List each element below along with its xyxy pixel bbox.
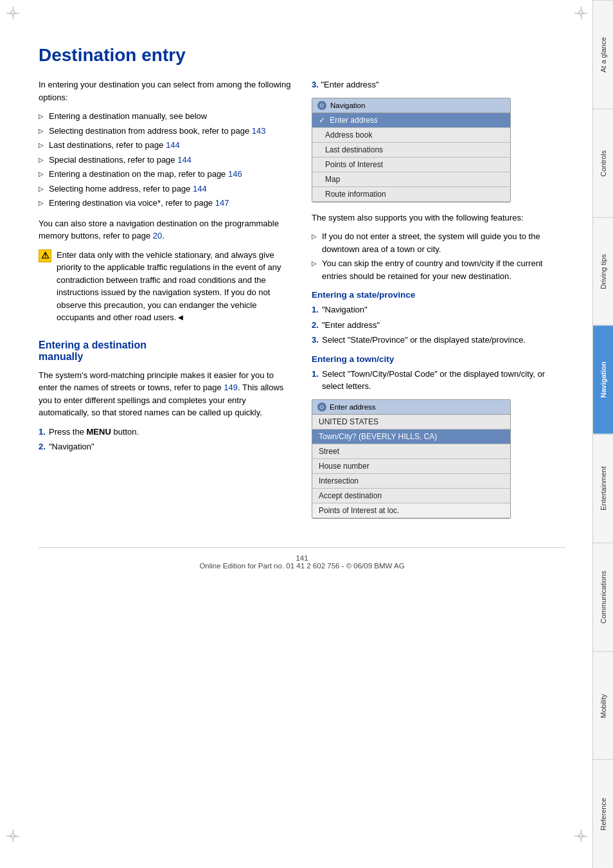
support-bullets: If you do not enter a street, the system… xyxy=(312,230,565,282)
nav-item-map[interactable]: Map xyxy=(312,172,510,187)
nav-item-route-information[interactable]: Route information xyxy=(312,187,510,202)
intro-paragraph: In entering your destination you can sel… xyxy=(39,78,292,104)
nav-item-last-destinations[interactable]: Last destinations xyxy=(312,143,510,158)
state-step-1: 1. "Navigation" xyxy=(312,303,565,316)
step-1: 1. Press the MENU button. xyxy=(39,426,292,439)
manual-steps-list: 1. Press the MENU button. 2. "Navigation… xyxy=(39,426,292,453)
link-20[interactable]: 20 xyxy=(153,231,162,240)
addr-item-points-of-interest[interactable]: Points of Interest at loc. xyxy=(312,503,510,518)
side-tab-entertainment[interactable]: Entertainment xyxy=(593,434,613,543)
side-tab-reference[interactable]: Reference xyxy=(593,759,613,868)
town-city-heading: Entering a town/city xyxy=(312,354,565,364)
link-146[interactable]: 146 xyxy=(228,169,242,179)
side-tab-mobility[interactable]: Mobility xyxy=(593,651,613,760)
side-tab-navigation[interactable]: Navigation xyxy=(593,325,613,434)
support-item-2: You can skip the entry of country and to… xyxy=(312,257,565,282)
step-2: 2. "Navigation" xyxy=(39,440,292,453)
main-content: Destination entry In entering your desti… xyxy=(0,0,591,608)
warning-text: Enter data only with the vehicle station… xyxy=(57,249,292,324)
nav-screenshot: ⊙ Navigation ✓ Enter address Address boo… xyxy=(312,98,511,203)
list-item: Entering destination via voice*, refer t… xyxy=(39,197,292,210)
link-144a[interactable]: 144 xyxy=(166,140,180,150)
state-steps-list: 1. "Navigation" 2. "Enter address" 3. Se… xyxy=(312,303,565,347)
addr-item-country[interactable]: UNITED STATES xyxy=(312,415,510,429)
state-province-heading: Entering a state/province xyxy=(312,290,565,300)
link-144c[interactable]: 144 xyxy=(193,184,207,194)
state-step-3: 3. Select "State/Province" or the displa… xyxy=(312,334,565,347)
page-title: Destination entry xyxy=(39,45,565,66)
addr-icon: ⊙ xyxy=(317,402,326,411)
list-item: Entering a destination on the map, refer… xyxy=(39,168,292,181)
link-149[interactable]: 149 xyxy=(224,383,238,392)
store-note: You can also store a navigation destinat… xyxy=(39,217,292,242)
side-tab-communications[interactable]: Communications xyxy=(593,543,613,651)
list-item: Selecting home address, refer to page 14… xyxy=(39,183,292,195)
support-paragraph: The system also supports you with the fo… xyxy=(312,212,565,224)
page-footer: 141 Online Edition for Part no. 01 41 2 … xyxy=(39,547,565,570)
town-step-1: 1. Select "Town/City/Postal Code" or the… xyxy=(312,368,565,393)
side-tab-driving-tips[interactable]: Driving tips xyxy=(593,217,613,326)
link-147[interactable]: 147 xyxy=(215,198,229,208)
addr-item-town[interactable]: Town/City? (BEVERLY HILLS, CA) xyxy=(312,429,510,444)
nav-icon: ⊙ xyxy=(317,101,326,110)
nav-item-enter-address[interactable]: ✓ Enter address xyxy=(312,113,510,128)
addr-item-intersection[interactable]: Intersection xyxy=(312,474,510,489)
page-number: 141 xyxy=(296,554,308,562)
options-list: Entering a destination manually, see bel… xyxy=(39,110,292,210)
right-column: 3. "Enter address" ⊙ Navigation ✓ Enter … xyxy=(312,78,565,528)
link-144b[interactable]: 144 xyxy=(177,155,191,165)
addr-header: ⊙ Enter address xyxy=(312,400,510,415)
entering-destination-para: The system's word-matching principle mak… xyxy=(39,369,292,419)
crosshair-bottom-left xyxy=(6,829,19,842)
nav-screenshot-header: ⊙ Navigation xyxy=(312,98,510,113)
warning-icon: ⚠ xyxy=(39,249,51,262)
enter-address-screenshot: ⊙ Enter address UNITED STATES Town/City?… xyxy=(312,399,511,519)
side-tab-strip: At a glanceControlsDriving tipsNavigatio… xyxy=(592,0,613,868)
entering-destination-heading: Entering a destinationmanually xyxy=(39,339,292,363)
addr-header-title: Enter address xyxy=(330,403,376,411)
list-item: Selecting destination from address book,… xyxy=(39,125,292,138)
warning-box: ⚠ Enter data only with the vehicle stati… xyxy=(39,249,292,330)
addr-item-house-number[interactable]: House number xyxy=(312,459,510,474)
side-tab-at-a-glance[interactable]: At a glance xyxy=(593,0,613,109)
list-item: Last destinations, refer to page 144 xyxy=(39,139,292,152)
left-column: In entering your destination you can sel… xyxy=(39,78,292,528)
two-column-layout: In entering your destination you can sel… xyxy=(39,78,565,528)
crosshair-bottom-right xyxy=(574,829,587,842)
support-item-1: If you do not enter a street, the system… xyxy=(312,230,565,255)
footer-text: Online Edition for Part no. 01 41 2 602 … xyxy=(199,562,404,570)
list-item: Entering a destination manually, see bel… xyxy=(39,110,292,123)
addr-item-accept-destination[interactable]: Accept destination xyxy=(312,489,510,503)
addr-item-street[interactable]: Street xyxy=(312,444,510,459)
nav-header-title: Navigation xyxy=(330,102,365,109)
state-step-2: 2. "Enter address" xyxy=(312,319,565,332)
side-tab-controls[interactable]: Controls xyxy=(593,109,613,217)
nav-item-address-book[interactable]: Address book xyxy=(312,128,510,143)
list-item: Special destinations, refer to page 144 xyxy=(39,154,292,167)
town-steps-list: 1. Select "Town/City/Postal Code" or the… xyxy=(312,368,565,393)
step3-label: 3. "Enter address" xyxy=(312,78,565,91)
link-143[interactable]: 143 xyxy=(252,126,266,136)
nav-screenshot-wrapper: ⊙ Navigation ✓ Enter address Address boo… xyxy=(312,98,565,212)
nav-item-points-of-interest[interactable]: Points of Interest xyxy=(312,158,510,172)
